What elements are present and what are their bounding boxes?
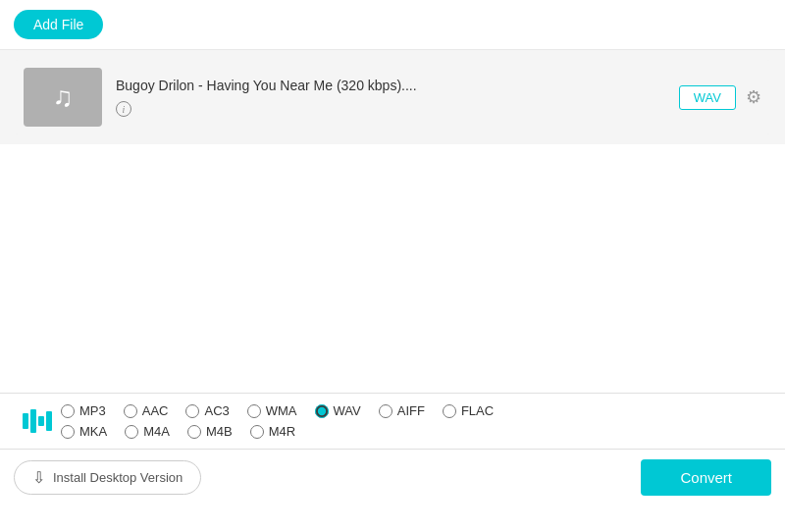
format-radio-mp3[interactable] (61, 404, 75, 418)
format-radio-m4b[interactable] (187, 425, 201, 439)
svg-rect-2 (38, 416, 44, 426)
main-content-area (0, 144, 785, 393)
format-radio-flac[interactable] (443, 404, 456, 418)
add-file-button[interactable]: Add File (14, 10, 103, 39)
file-list: ♫ Bugoy Drilon - Having You Near Me (320… (0, 50, 785, 144)
music-note-icon: ♫ (53, 81, 74, 113)
format-option-aiff[interactable]: AIFF (379, 403, 425, 418)
format-radio-aac[interactable] (124, 404, 137, 418)
file-actions: WAV ⚙ (679, 85, 761, 110)
format-radio-wav[interactable] (315, 404, 329, 418)
format-row-1: MP3 AAC AC3 WMA WAV AIFF FLAC (61, 403, 771, 418)
format-option-mka[interactable]: MKA (61, 424, 107, 439)
svg-rect-1 (30, 409, 36, 433)
format-radio-mka[interactable] (61, 425, 75, 439)
svg-rect-3 (46, 411, 52, 431)
format-option-wav[interactable]: WAV (315, 403, 361, 418)
file-name: Bugoy Drilon - Having You Near Me (320 k… (116, 78, 665, 93)
format-option-flac[interactable]: FLAC (443, 403, 494, 418)
convert-button[interactable]: Convert (641, 459, 771, 496)
format-radio-wma[interactable] (247, 404, 261, 418)
file-info: Bugoy Drilon - Having You Near Me (320 k… (102, 78, 679, 118)
format-option-ac3[interactable]: AC3 (185, 403, 229, 418)
format-radio-m4r[interactable] (250, 425, 264, 439)
format-option-aac[interactable]: AAC (124, 403, 169, 418)
format-option-wma[interactable]: WMA (247, 403, 297, 418)
format-option-m4b[interactable]: M4B (187, 424, 233, 439)
format-badge-button[interactable]: WAV (679, 85, 736, 110)
info-icon[interactable]: i (116, 101, 131, 117)
footer: ⇩ Install Desktop Version Convert (0, 449, 785, 505)
file-thumbnail: ♫ (24, 68, 102, 127)
format-radio-m4a[interactable] (125, 425, 138, 439)
format-option-m4r[interactable]: M4R (250, 424, 295, 439)
file-item: ♫ Bugoy Drilon - Having You Near Me (320… (14, 60, 771, 134)
format-row-2: MKA M4A M4B M4R (61, 424, 771, 439)
format-icon-area (14, 405, 61, 437)
format-radio-aiff[interactable] (379, 404, 392, 418)
settings-icon[interactable]: ⚙ (746, 86, 761, 108)
format-option-mp3[interactable]: MP3 (61, 403, 106, 418)
audio-format-icon (22, 405, 53, 437)
install-label: Install Desktop Version (53, 470, 183, 485)
format-radio-ac3[interactable] (185, 404, 199, 418)
svg-rect-0 (23, 413, 28, 429)
format-options: MP3 AAC AC3 WMA WAV AIFF FLAC (61, 403, 771, 439)
format-option-m4a[interactable]: M4A (125, 424, 170, 439)
download-icon: ⇩ (32, 468, 45, 487)
format-bar: MP3 AAC AC3 WMA WAV AIFF FLAC (0, 393, 785, 449)
install-desktop-button[interactable]: ⇩ Install Desktop Version (14, 460, 201, 495)
toolbar: Add File (0, 0, 785, 50)
